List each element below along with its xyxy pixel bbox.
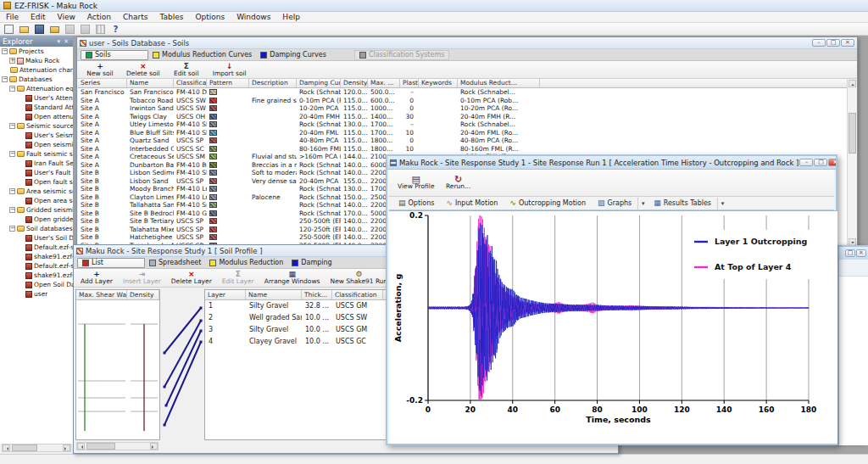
view-profile-button[interactable]: ▤View Profile <box>392 170 440 196</box>
scroll-right-icon[interactable] <box>150 443 158 450</box>
table-row[interactable]: Site ATwiggs ClayUSCS OH20-40m FMH (R...… <box>78 113 847 121</box>
profile-pane-h-scrollbar[interactable] <box>76 442 159 450</box>
soils-window-titlebar[interactable]: user - Soils Database - Soils ✕ <box>77 37 857 49</box>
menu-item-help[interactable]: Help <box>276 13 306 21</box>
profile-tab-damping[interactable]: Damping <box>287 258 336 268</box>
menu-item-action[interactable]: Action <box>81 13 117 21</box>
help-icon[interactable]: ? <box>109 24 122 35</box>
tree-item-open-gridded[interactable]: Open gridded <box>0 215 73 224</box>
tree-item-shake91-ezf-s[interactable]: shake91.ezf-s <box>0 252 73 261</box>
soils-tab-modulus-reduction-curves[interactable]: Modulus Reduction Curves <box>148 50 256 60</box>
minimize-icon[interactable] <box>812 39 826 47</box>
tree-item-user[interactable]: user <box>0 289 73 299</box>
soils-tab-soils[interactable]: Soils <box>81 50 148 60</box>
scroll-left-icon[interactable] <box>3 444 10 451</box>
column-header-damping-curve[interactable]: Damping Curve <box>297 79 341 87</box>
column-header-pattern[interactable]: Pattern <box>207 79 249 87</box>
column-header-thick[interactable]: Thick... <box>302 290 332 299</box>
scroll-left-icon[interactable] <box>77 443 85 450</box>
options-button[interactable]: ▤Options <box>392 198 440 210</box>
table-row[interactable]: San FranciscoSan Francisco D...FM-410 Dl… <box>78 88 847 97</box>
column-header-density[interactable]: Density <box>341 79 368 87</box>
fragment-titlebar[interactable]: ✕ <box>839 247 868 260</box>
tree-item-seismic-sources[interactable]: −Seismic sources <box>0 121 73 131</box>
tree-item-user-s-attenua[interactable]: User's Attenua <box>0 93 73 103</box>
results-tables-dropdown-icon[interactable]: ▾ <box>717 198 727 210</box>
open-icon[interactable] <box>18 24 31 35</box>
maximize-icon[interactable] <box>826 39 840 47</box>
minimize-icon[interactable] <box>799 159 813 166</box>
maximize-icon[interactable] <box>814 159 827 166</box>
menu-item-file[interactable]: File <box>0 13 25 21</box>
column-header-name[interactable]: Name <box>246 290 302 299</box>
explorer-close-icon[interactable]: ✕ <box>62 38 70 45</box>
collapse-icon[interactable]: − <box>9 86 15 92</box>
input-motion-button[interactable]: ∿Input Motion <box>440 198 504 210</box>
menu-item-options[interactable]: Options <box>189 13 231 21</box>
scroll-thumb[interactable] <box>12 444 37 451</box>
column-header-classification[interactable]: Classification <box>332 290 383 299</box>
tree-item-gridded-seismic-so[interactable]: −Gridded seismic so <box>0 205 73 215</box>
tree-item-shake91-ezf-s[interactable]: shake91.ezf-s <box>0 271 73 280</box>
new-soil-button[interactable]: +New soil <box>79 61 121 78</box>
collapse-icon[interactable]: − <box>9 188 15 194</box>
collapse-icon[interactable]: − <box>2 48 8 54</box>
close-icon[interactable]: ✕ <box>841 39 854 47</box>
scroll-thumb[interactable] <box>86 443 115 450</box>
tree-item-default-ezf-soi[interactable]: Default.ezf-soi <box>0 243 73 252</box>
tree-item-fault-seismic-sourc[interactable]: −Fault seismic sourc <box>0 149 73 159</box>
close-icon[interactable] <box>828 159 836 166</box>
tree-item-iran-fault-seis[interactable]: Iran Fault Seis <box>0 159 73 168</box>
table-row[interactable]: Site AIrwinton SandUSCS SW10-20m PCA (Ro… <box>78 104 847 113</box>
collapse-icon[interactable]: − <box>9 226 15 232</box>
edit-soil-button[interactable]: ΣEdit soil <box>165 61 208 78</box>
collapse-icon[interactable]: − <box>9 207 15 213</box>
explorer-h-scrollbar[interactable] <box>2 444 71 452</box>
graphs-button[interactable]: ▧Graphs <box>592 198 637 210</box>
soils-tab-classification-systems[interactable]: Classification Systems <box>354 50 449 60</box>
table-row[interactable]: Site AUtley LimestoneFM-410 ShlLmstnRock… <box>78 120 847 129</box>
tree-item-soil-databases[interactable]: −Soil databases <box>0 224 73 233</box>
tree-item-standard-atten[interactable]: Standard Atten <box>0 103 73 112</box>
tree-item-area-seismic-sourc[interactable]: −Area seismic sourc <box>0 187 73 196</box>
add-layer-button[interactable]: +Add Layer <box>75 269 118 287</box>
new-icon[interactable] <box>3 24 15 35</box>
column-header-layer[interactable]: Layer <box>205 290 246 299</box>
profile-tab-list[interactable]: List <box>77 258 145 268</box>
tree-item-attenuation-equati[interactable]: −Attenuation equati <box>0 84 73 93</box>
chart-icon[interactable] <box>64 24 76 35</box>
column-header-keywords[interactable]: Keywords <box>419 79 458 87</box>
tree-item-default-ezf-so[interactable]: Default.ezf-so <box>0 261 73 271</box>
table-row[interactable]: Site ATobacco Road ...USCS SWFine graine… <box>78 97 847 105</box>
tree-item-user-s-seismic[interactable]: User's Seismic <box>0 131 73 140</box>
tree-item-open-area-seis[interactable]: Open area seis <box>0 196 73 205</box>
profile-tab-spreadsheet[interactable]: Spreadsheet <box>145 258 205 268</box>
soils-tab-damping-curves[interactable]: Damping Curves <box>256 50 331 60</box>
scroll-thumb[interactable] <box>849 113 856 154</box>
menu-item-charts[interactable]: Charts <box>117 13 153 21</box>
tree-item-maku-rock[interactable]: +Maku Rock <box>0 56 73 65</box>
profile-tab-modulus-reduction[interactable]: Modulus Reduction <box>205 258 287 268</box>
delete-layer-button[interactable]: ×Delete Layer <box>166 269 217 287</box>
table-row[interactable]: Site ABlue Bluff SiltstoneFM-410 Sltstn2… <box>78 129 847 137</box>
tree-item-user-s-fault-se[interactable]: User's Fault Se <box>0 168 73 177</box>
tree-item-projects[interactable]: −Projects <box>0 47 73 56</box>
table-row[interactable]: Site AInterbedded Cla...USCS SC80-160m F… <box>78 145 847 154</box>
import-soil-button[interactable]: ↓Import soil <box>208 61 252 78</box>
collapse-icon[interactable]: − <box>2 76 8 82</box>
outcropping-motion-button[interactable]: ∿Outcropping Motion <box>504 198 592 210</box>
results-tables-button[interactable]: ▦Results Tables <box>648 198 717 210</box>
column-header-density[interactable]: Density <box>127 290 159 299</box>
scroll-right-icon[interactable] <box>63 444 70 451</box>
save-icon[interactable] <box>33 24 46 35</box>
column-header-series[interactable]: Series <box>78 79 127 87</box>
window-titlebar[interactable]: EZ-FRISK - Maku Rock <box>0 0 868 12</box>
tree-item-open-fault-seis[interactable]: Open fault seis <box>0 177 73 187</box>
menu-item-tables[interactable]: Tables <box>153 13 189 21</box>
column-header-name[interactable]: Name <box>127 79 174 87</box>
close-icon[interactable]: ✕ <box>856 249 866 257</box>
new-shake91-run-button[interactable]: ⚙New Shake91 Run <box>326 269 393 287</box>
tree-item-open-seismic[interactable]: Open seismic <box>0 140 73 149</box>
column-header-modulus-reduct[interactable]: Modulus Reduct... <box>458 79 540 87</box>
arrange-windows-button[interactable]: ▦Arrange Windows <box>259 269 326 287</box>
